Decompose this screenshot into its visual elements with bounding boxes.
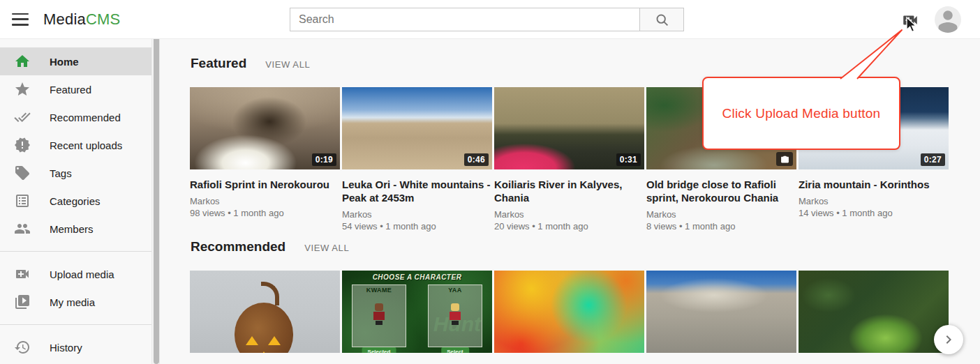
featured-view-all-link[interactable]: VIEW ALL — [265, 59, 310, 70]
video-meta: 14 views • 1 month ago — [799, 207, 949, 220]
sidebar-item-label: Members — [50, 223, 94, 235]
user-avatar-icon — [935, 6, 961, 33]
game-character-panel: KWAME Selected — [352, 285, 406, 347]
upload-media-button[interactable] — [901, 11, 919, 29]
sidebar-item-label: Home — [50, 56, 79, 68]
sidebar-item-featured[interactable]: Featured — [0, 75, 151, 103]
chevron-right-icon — [940, 331, 957, 348]
video-thumbnail[interactable]: 0:46 — [342, 87, 492, 169]
sidebar-item-label: My media — [50, 296, 95, 308]
menu-hamburger-icon[interactable] — [12, 13, 29, 26]
duration-badge: 0:27 — [921, 153, 945, 166]
sidebar-item-tags[interactable]: Tags — [0, 159, 151, 187]
video-author[interactable]: Markos — [190, 195, 340, 207]
sidebar-item-recent-uploads[interactable]: Recent uploads — [0, 131, 151, 159]
sidebar-item-label: Categories — [50, 195, 101, 207]
home-icon — [14, 53, 31, 70]
video-title[interactable]: Ziria mountain - Korinthos — [799, 178, 949, 191]
duration-badge: 0:31 — [616, 153, 641, 166]
sidebar-item-label: Tags — [50, 167, 72, 179]
sidebar-scrollbar-thumb[interactable] — [154, 35, 159, 364]
sidebar-item-my-media[interactable]: My media — [0, 288, 151, 316]
sidebar-item-label: History — [50, 342, 82, 354]
video-title[interactable]: Old bridge close to Rafioli sprint, Nero… — [646, 178, 796, 204]
video-meta: 8 views • 1 month ago — [646, 220, 796, 233]
tag-icon — [14, 165, 31, 181]
user-avatar[interactable] — [935, 6, 961, 33]
sidebar-item-recommended[interactable]: Recommended — [0, 103, 151, 131]
game-character-name: YAA — [429, 287, 482, 294]
sidebar-item-home[interactable]: Home — [0, 47, 151, 75]
video-title[interactable]: Rafioli Sprint in Nerokourou — [190, 178, 340, 191]
search-button[interactable] — [640, 8, 684, 31]
new-releases-icon — [14, 137, 31, 153]
duration-badge: 0:19 — [312, 153, 336, 166]
recommended-media-row: Hunt CHOOSE A CHARACTER KWAME Selected Y… — [190, 271, 980, 353]
sidebar-scrollbar-track — [151, 33, 160, 364]
video-thumbnail[interactable]: Hunt CHOOSE A CHARACTER KWAME Selected Y… — [342, 271, 492, 353]
video-thumbnail[interactable] — [494, 271, 644, 353]
recommended-view-all-link[interactable]: VIEW ALL — [304, 243, 349, 253]
list-alt-icon — [14, 192, 31, 209]
video-author[interactable]: Markos — [342, 208, 492, 220]
game-selected-button: Selected — [362, 347, 396, 353]
game-character-panel: YAA Select — [428, 285, 482, 347]
video-title[interactable]: Leuka Ori - White mountains - Peak at 24… — [342, 178, 492, 204]
video-meta: 98 views • 1 month ago — [190, 207, 340, 220]
video-meta: 54 views • 1 month ago — [342, 220, 492, 233]
search-input[interactable] — [290, 8, 640, 31]
media-card: 0:31 Koiliaris River in Kalyves, Chania … — [494, 87, 644, 239]
recommended-section-title: Recommended — [191, 239, 285, 255]
video-thumbnail[interactable]: 0:31 — [494, 87, 644, 169]
media-card — [646, 271, 796, 353]
sidebar-item-categories[interactable]: Categories — [0, 187, 151, 215]
history-clock-icon — [14, 339, 31, 356]
sidebar-item-members[interactable]: Members — [0, 215, 151, 243]
top-app-bar: MediaCMS — [0, 0, 980, 39]
video-thumbnail[interactable]: 0:19 — [190, 87, 340, 169]
sidebar-item-label: Upload media — [50, 268, 114, 280]
video-author[interactable]: Markos — [646, 208, 796, 220]
pumpkin-craft-graphic — [235, 303, 293, 353]
search-bar — [290, 8, 684, 31]
video-thumbnail[interactable] — [190, 271, 340, 353]
app-logo[interactable]: MediaCMS — [43, 10, 120, 29]
media-card — [190, 271, 340, 353]
star-icon — [14, 81, 31, 98]
annotation-text: Click Upload Media button — [722, 106, 881, 121]
camera-icon — [780, 155, 789, 164]
done-all-icon — [14, 109, 31, 126]
photo-type-badge — [776, 152, 793, 166]
video-author[interactable]: Markos — [494, 208, 644, 220]
sidebar-item-label: Featured — [50, 84, 91, 96]
logo-media-text: Media — [43, 10, 86, 28]
logo-cms-text: CMS — [86, 10, 121, 28]
sidebar-nav: Home Featured Recommended Recent uploads… — [0, 39, 151, 364]
video-meta: 20 views • 1 month ago — [494, 220, 644, 233]
video-author[interactable]: Markos — [799, 195, 949, 207]
game-character-name: KWAME — [352, 287, 406, 294]
game-character-sprite — [450, 303, 461, 324]
featured-section-header: Featured VIEW ALL — [191, 39, 980, 71]
video-library-icon — [14, 294, 31, 310]
sidebar-item-label: Recent uploads — [50, 139, 122, 151]
carousel-next-button[interactable] — [934, 325, 963, 354]
sidebar-divider — [0, 324, 151, 325]
sidebar-item-label: Recommended — [50, 112, 121, 123]
annotation-callout: Click Upload Media button — [702, 77, 900, 150]
video-thumbnail[interactable] — [799, 271, 949, 353]
magnifier-icon — [655, 13, 669, 27]
sidebar-item-upload-media[interactable]: Upload media — [0, 260, 151, 288]
featured-section-title: Featured — [191, 56, 246, 71]
game-heading-text: CHOOSE A CHARACTER — [342, 273, 492, 281]
sidebar-divider — [0, 251, 151, 252]
media-card: Hunt CHOOSE A CHARACTER KWAME Selected Y… — [342, 271, 492, 353]
media-card — [494, 271, 644, 353]
game-character-sprite — [373, 303, 385, 324]
video-title[interactable]: Koiliaris River in Kalyves, Chania — [494, 178, 644, 204]
sidebar-item-history[interactable]: History — [0, 333, 151, 361]
game-select-button: Select — [441, 347, 469, 353]
video-call-plus-icon — [903, 16, 917, 25]
media-card — [799, 271, 949, 353]
video-thumbnail[interactable] — [646, 271, 796, 353]
